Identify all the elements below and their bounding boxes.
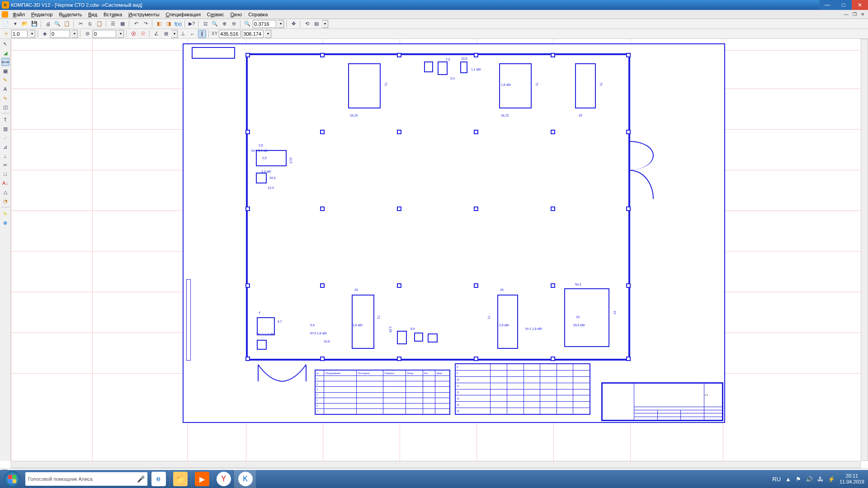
grid2-button[interactable]: ⊞	[162, 30, 170, 38]
scale-input[interactable]	[11, 30, 28, 38]
scrollbar-vertical[interactable]	[861, 39, 868, 461]
redo-button[interactable]: ↷	[142, 20, 150, 28]
cut-button[interactable]: ✂	[76, 20, 85, 28]
scale-dd[interactable]: ▾	[29, 30, 35, 38]
menu-view[interactable]: Вид	[85, 11, 100, 18]
filter2-button[interactable]: ⦾	[139, 30, 147, 38]
text-tool-icon[interactable]: ▦	[1, 67, 9, 75]
coord-x-input[interactable]	[219, 30, 241, 38]
select-tool-icon[interactable]: ↖	[1, 40, 9, 48]
mdi-close-button[interactable]: ✕	[859, 12, 866, 17]
tray-flag-icon[interactable]: ⚑	[796, 476, 801, 483]
t3-icon[interactable]: ⟋	[1, 134, 9, 142]
t6-icon[interactable]: ✂	[1, 161, 9, 169]
t11-icon[interactable]: ✎	[1, 210, 9, 218]
menu-help[interactable]: Справка	[245, 11, 270, 18]
save-button[interactable]: 💾	[30, 20, 38, 28]
edit-tool-icon[interactable]: ✎	[1, 76, 9, 84]
menu-window[interactable]: Окно	[228, 11, 245, 18]
menu-service[interactable]: Сервис	[204, 11, 227, 18]
layer-button[interactable]: ◈	[41, 30, 49, 38]
mdi-restore-button[interactable]: ❐	[851, 12, 858, 17]
canvas[interactable]: 34,15 71 7,5 16,8 5,4 1,1 кВт 34,15 71 1…	[11, 39, 861, 461]
ortho-button[interactable]: ∠	[152, 30, 160, 38]
new-dd-button[interactable]: ▾	[11, 20, 19, 28]
copy-button[interactable]: ⎘	[86, 20, 94, 28]
curve-tool-icon[interactable]: A	[1, 85, 9, 93]
drawing-sheet[interactable]: 34,15 71 7,5 16,8 5,4 1,1 кВт 34,15 71 1…	[183, 43, 725, 423]
fx-button[interactable]: f(x)	[174, 20, 182, 28]
zoom-input[interactable]	[253, 20, 276, 28]
t12-icon[interactable]: ⊕	[1, 219, 9, 227]
pan-button[interactable]: ✥	[289, 20, 297, 28]
zoom-window-button[interactable]: 🔍	[211, 20, 219, 28]
style-dd[interactable]: ▾	[118, 30, 124, 38]
task-explorer[interactable]: 📁	[169, 470, 191, 488]
task-kompas[interactable]: K	[234, 470, 256, 488]
menu-select[interactable]: Выделить	[56, 11, 85, 18]
lib1-button[interactable]: ◧	[155, 20, 163, 28]
views-button[interactable]: ▤	[312, 20, 321, 28]
print-button[interactable]: 🖨	[44, 20, 52, 28]
tray-speaker-icon[interactable]: 🔊	[806, 476, 813, 483]
task-yandex[interactable]: Y	[212, 470, 234, 488]
task-media[interactable]: ▶	[191, 470, 212, 488]
task-ie[interactable]: e	[147, 470, 169, 488]
style-button[interactable]: ⊘	[83, 30, 91, 38]
help-context-button[interactable]: ▶?	[188, 20, 196, 28]
menu-edit[interactable]: Редактор	[28, 11, 55, 18]
tray-lang[interactable]: RU	[772, 476, 781, 483]
t1-icon[interactable]: T	[1, 116, 9, 124]
snap-button[interactable]: ⊹	[2, 30, 10, 38]
maximize-button[interactable]: □	[835, 0, 852, 10]
page-button[interactable]: 📋	[63, 20, 71, 28]
undo-button[interactable]: ↶	[132, 20, 140, 28]
close-button[interactable]: ✕	[852, 0, 868, 10]
layer-dd[interactable]: ▾	[71, 30, 78, 38]
zoom-dropdown[interactable]: ▾	[278, 20, 284, 28]
menu-insert[interactable]: Вставка	[101, 11, 125, 18]
t7-icon[interactable]: □	[1, 170, 9, 178]
t8-icon[interactable]: A↓	[1, 179, 9, 187]
tray-battery-icon[interactable]: ⚡	[828, 476, 835, 483]
perp-button[interactable]: ⊥	[179, 30, 187, 38]
geometry-tool-icon[interactable]: ◢	[1, 49, 9, 57]
taskbar-search[interactable]: Голосовой помощник Алиса 🎤	[25, 472, 147, 486]
preview-button[interactable]: 🔍	[53, 20, 61, 28]
scrollbar-horizontal[interactable]	[11, 461, 861, 468]
lib2-button[interactable]: ◨	[165, 20, 173, 28]
menu-file[interactable]: ФФайлайл	[10, 11, 28, 18]
views-dd[interactable]: ▾	[322, 20, 328, 28]
t4-icon[interactable]: ⊿	[1, 143, 9, 151]
hatch-tool-icon[interactable]: ◫	[1, 103, 9, 111]
doc-icon[interactable]	[2, 11, 8, 18]
properties-button[interactable]: ☰	[109, 20, 117, 28]
tray-up-icon[interactable]: ▲	[785, 476, 791, 483]
zoom-in-button[interactable]: ⊕	[220, 20, 228, 28]
start-button[interactable]	[0, 470, 24, 488]
mic-icon[interactable]: 🎤	[137, 475, 145, 483]
tray-network-icon[interactable]: 🖧	[817, 476, 823, 483]
style-input[interactable]	[93, 30, 116, 38]
tray-clock[interactable]: 20:11 11.04.2019	[840, 473, 864, 485]
mdi-minimize-button[interactable]: ―	[843, 12, 850, 17]
layer-input[interactable]	[50, 30, 70, 38]
grid-button[interactable]: ▦	[118, 20, 127, 28]
grid2-dd[interactable]: ▾	[171, 30, 178, 38]
label-tool-icon[interactable]: ∿	[1, 94, 9, 102]
redraw-button[interactable]: ⟲	[303, 20, 311, 28]
t10-icon[interactable]: ◔	[1, 197, 9, 205]
paste-button[interactable]: 📋	[95, 20, 104, 28]
menu-spec[interactable]: Спецификация	[163, 11, 203, 18]
t5-icon[interactable]: ⟂	[1, 152, 9, 160]
t9-icon[interactable]: △	[1, 188, 9, 196]
coord-dd[interactable]: ▾	[265, 30, 271, 38]
zoom-realtime-button[interactable]: 🔍	[243, 20, 251, 28]
tan-button[interactable]: ⌐	[189, 30, 197, 38]
t2-icon[interactable]: ▥	[1, 125, 9, 133]
zoom-out-button[interactable]: ⊖	[230, 20, 238, 28]
dim-tool-icon[interactable]: ⟷	[1, 58, 9, 66]
menu-tools[interactable]: Инструменты	[126, 11, 162, 18]
parallel-button[interactable]: ∥	[198, 30, 206, 38]
zoom-fit-button[interactable]: ⊡	[201, 20, 209, 28]
